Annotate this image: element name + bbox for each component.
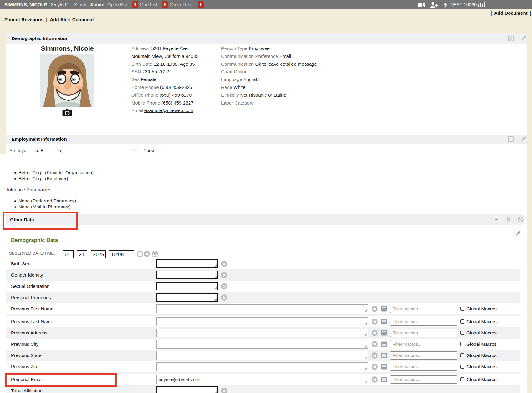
field-textarea[interactable]	[156, 304, 368, 313]
time-picker-icon[interactable]	[137, 251, 143, 258]
global-macros-checkbox[interactable]	[460, 377, 464, 381]
field-input[interactable]	[156, 259, 218, 268]
clear-date-icon[interactable]	[144, 251, 150, 257]
field-textarea[interactable]	[156, 317, 368, 326]
employment-text-fragment: ˈʾ ˈ	[49, 148, 58, 153]
observed-time-input[interactable]: 10:08	[109, 250, 134, 258]
field-textarea[interactable]	[156, 340, 368, 349]
field-input[interactable]	[156, 386, 218, 393]
clear-field-icon[interactable]	[372, 376, 378, 383]
interface-pharmacies-heading: Interface Pharmacies	[7, 187, 51, 192]
contact-link[interactable]: (650) 459-2326	[160, 84, 192, 90]
calendar-icon[interactable]	[151, 250, 158, 258]
field-value: Not Hispanic or Latino	[240, 92, 286, 98]
macro-list-icon[interactable]	[381, 306, 387, 313]
field-value: White	[233, 84, 245, 90]
open-enc-label[interactable]: Open Enc:	[107, 2, 129, 7]
field-label: Previous First Name	[11, 306, 53, 311]
clear-field-icon[interactable]	[372, 330, 378, 336]
filter-macros-input[interactable]	[390, 318, 457, 326]
video-call-icon[interactable]	[418, 2, 425, 8]
disable-section-icon[interactable]	[517, 216, 524, 224]
add-person-icon[interactable]	[430, 2, 438, 9]
add-document-link[interactable]: Add Document	[494, 10, 528, 16]
global-macros-checkbox[interactable]	[460, 365, 464, 369]
edit-pencil-icon[interactable]	[520, 35, 527, 43]
print-chart-icon[interactable]	[493, 216, 500, 224]
demographic-field: Birth Date 12-18-1990, Age 35	[131, 61, 195, 67]
macro-list-icon[interactable]	[381, 319, 387, 325]
clear-field-icon[interactable]	[221, 261, 227, 267]
form-row: Previous State Global Macros	[6, 350, 520, 361]
demographic-field: Race White	[221, 84, 246, 90]
clear-field-icon[interactable]	[372, 306, 378, 312]
clear-field-icon[interactable]	[372, 352, 378, 359]
global-macros-checkbox[interactable]	[460, 342, 464, 346]
patient-photo[interactable]	[40, 54, 94, 107]
macro-list-icon[interactable]	[381, 353, 387, 359]
due-list-label[interactable]: Due List:	[140, 2, 159, 7]
observed-month-input[interactable]: 01	[63, 250, 74, 258]
clear-field-icon[interactable]	[372, 341, 378, 347]
field-textarea[interactable]	[156, 329, 368, 337]
clear-field-icon[interactable]	[221, 283, 227, 289]
field-textarea[interactable]	[156, 351, 368, 360]
pipe: |	[491, 10, 492, 16]
demographic-field: Office Phone (650) 459-6270	[131, 92, 192, 98]
open-enc-badge[interactable]: 1	[132, 1, 138, 8]
contact-link[interactable]: (650) 459-2627	[161, 100, 194, 105]
field-textarea[interactable]: anyone@mieweb.com	[156, 375, 368, 384]
filter-macros-input[interactable]	[390, 351, 457, 360]
clear-field-icon[interactable]	[372, 364, 378, 370]
field-textarea[interactable]	[156, 362, 368, 371]
due-list-badge[interactable]: 6	[162, 1, 168, 8]
clear-field-icon[interactable]	[372, 319, 378, 325]
global-macros-checkbox[interactable]	[460, 307, 464, 311]
demographic-field: Communication Preference Email	[221, 54, 291, 59]
clear-field-icon[interactable]	[221, 294, 227, 301]
camera-icon[interactable]	[62, 108, 72, 118]
global-macros-checkbox[interactable]	[460, 353, 464, 357]
order-req-label[interactable]: Order Req:	[170, 2, 193, 7]
field-value: 5201 Fayette Ave.	[151, 46, 189, 51]
print-chart-icon[interactable]	[507, 135, 514, 144]
order-req-badge[interactable]: 1	[198, 1, 204, 8]
chart-flowsheet-icon[interactable]	[478, 1, 486, 9]
field-label: Previous Zip	[11, 364, 37, 369]
clear-field-icon[interactable]	[221, 272, 227, 278]
form-row: Previous First Name Global Macros	[6, 303, 520, 314]
global-macros-label: Global Macros	[466, 364, 497, 369]
macro-list-icon[interactable]	[381, 330, 387, 337]
patient-revisions-link[interactable]: Patient Revisions	[4, 17, 43, 22]
clear-field-icon[interactable]	[221, 388, 227, 393]
field-input[interactable]	[156, 293, 218, 302]
filter-macros-input[interactable]	[390, 340, 457, 348]
contact-link[interactable]: example@mieweb.com	[144, 108, 193, 113]
edit-demographic-data-icon[interactable]	[515, 230, 522, 238]
contact-link[interactable]: (650) 459-6270	[160, 92, 192, 98]
field-label: Previous Last Name	[11, 319, 53, 324]
employment-information-header: Employment Information	[6, 135, 527, 144]
quick-action-bolt-icon[interactable]	[443, 2, 448, 9]
employment-text-fragment: e: B	[35, 148, 44, 153]
filter-macros-input[interactable]	[390, 363, 457, 371]
filter-macros-input[interactable]	[390, 375, 457, 384]
filter-macros-input[interactable]	[390, 305, 457, 313]
print-chart-icon[interactable]	[507, 35, 514, 43]
filter-macros-input[interactable]	[390, 329, 457, 337]
collapse-section-icon[interactable]	[505, 216, 512, 224]
observed-year-input[interactable]: 2025	[91, 250, 106, 258]
add-alert-comment-link[interactable]: Add Alert Comment	[50, 17, 94, 22]
field-input[interactable]	[156, 271, 218, 279]
highlight-box-other-data	[3, 212, 78, 230]
observed-day-input[interactable]: 21	[77, 250, 87, 258]
form-row: Sexual Orientation	[6, 281, 520, 292]
global-macros-checkbox[interactable]	[460, 331, 464, 335]
edit-pencil-icon[interactable]	[520, 135, 527, 143]
macro-list-icon[interactable]	[381, 377, 387, 383]
macro-list-icon[interactable]	[381, 341, 387, 348]
field-label: Home Phone	[131, 84, 160, 90]
global-macros-checkbox[interactable]	[460, 319, 464, 324]
macro-list-icon[interactable]	[381, 364, 387, 370]
field-input[interactable]	[156, 282, 218, 290]
